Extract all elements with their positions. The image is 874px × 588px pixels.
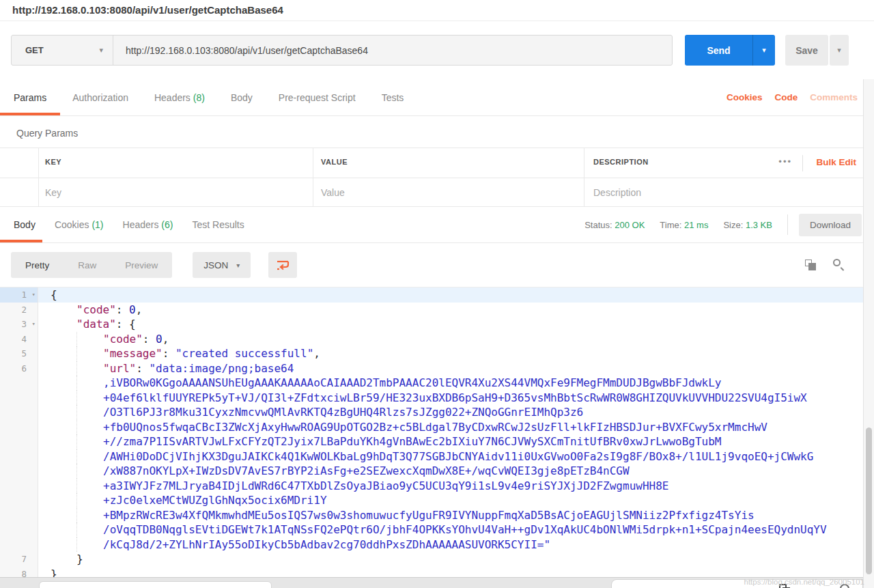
line-number — [0, 405, 38, 420]
code-line: 2"code": 0, — [0, 303, 863, 318]
indent-guide — [76, 332, 77, 347]
code-line-content: "message": "created successfull", — [38, 346, 863, 361]
method-label: GET — [25, 45, 44, 55]
code-line: /oVqqTDB0NqglsEVtiDGEWt7k1ATqNSsFQ2ePQtr… — [0, 522, 863, 537]
code-line-content: +a3IWYJFz7MLJryaB4IDjLdWRd6C47TXbDlZsOya… — [38, 479, 863, 494]
code-line-content: } — [38, 552, 863, 567]
chevron-down-icon: ▾ — [762, 46, 766, 55]
code-line-content: /oVqqTDB0NqglsEVtiDGEWt7k1ATqNSsFQ2ePQtr… — [38, 522, 863, 537]
save-button[interactable]: Save — [785, 35, 828, 66]
line-number: 2 — [0, 303, 38, 318]
view-mode-raw[interactable]: Raw — [64, 260, 111, 270]
request-right-links: Cookies Code Comments — [727, 92, 858, 102]
cookies-link[interactable]: Cookies — [727, 92, 763, 102]
url-input[interactable] — [113, 36, 672, 65]
tab-params[interactable]: Params — [14, 92, 46, 103]
line-number — [0, 391, 38, 406]
comments-link[interactable]: Comments — [810, 92, 858, 102]
code-line-content: "url": "data:image/png;base64 — [38, 361, 863, 376]
line-number: 1▾ — [0, 288, 38, 303]
tab-authorization[interactable]: Authorization — [72, 92, 128, 103]
fold-toggle-icon[interactable]: ▾ — [32, 317, 36, 332]
bulk-edit-link[interactable]: Bulk Edit — [816, 157, 856, 167]
indent-guide — [76, 493, 77, 508]
tab-response-cookies[interactable]: Cookies (1) — [55, 219, 104, 230]
view-mode-preview[interactable]: Preview — [111, 260, 172, 270]
tab-response-body[interactable]: Body — [14, 219, 36, 230]
search-icon[interactable] — [833, 259, 845, 271]
wrap-text-button[interactable] — [268, 252, 297, 278]
code-line: +a3IWYJFz7MLJryaB4IDjLdWRd6C47TXbDlZsOya… — [0, 479, 863, 494]
watermark-text: https://blog.csdn.net/qq_26005101 — [744, 578, 864, 586]
download-button[interactable]: Download — [799, 214, 862, 236]
column-header-value: VALUE — [321, 158, 348, 166]
line-number: 8 — [0, 567, 38, 578]
tab-headers[interactable]: Headers (8) — [154, 92, 205, 103]
code-line-content: "data": { — [38, 317, 863, 332]
param-description-input[interactable] — [593, 182, 819, 203]
params-menu-button[interactable]: ••• — [778, 156, 792, 167]
response-headers-count-badge: (6) — [161, 219, 173, 230]
query-params-empty-row — [0, 178, 874, 207]
response-body-viewer: 1▾{2"code": 0,3▾"data": {4"code": 0,5"me… — [0, 287, 863, 577]
indent-guide — [76, 537, 77, 552]
method-select[interactable]: GET ▾ — [12, 36, 113, 65]
tab-prerequest-script[interactable]: Pre-request Script — [279, 92, 356, 103]
line-number — [0, 522, 38, 537]
code-line-content: { — [38, 288, 863, 303]
chevron-down-icon: ▾ — [236, 262, 240, 269]
code-line: 3▾"data": { — [0, 317, 863, 332]
tab-response-headers[interactable]: Headers (6) — [123, 219, 173, 230]
column-header-key: KEY — [45, 158, 61, 166]
code-line: 6"url": "data:image/png;base64 — [0, 361, 863, 376]
time-badge: Time: 21 ms — [660, 220, 708, 230]
view-mode-pretty[interactable]: Pretty — [11, 260, 64, 270]
line-number — [0, 479, 38, 494]
code-line-content: "code": 0, — [38, 303, 863, 318]
response-bar-icons — [805, 259, 863, 271]
format-select[interactable]: JSON ▾ — [193, 252, 251, 278]
scrollbar-track[interactable] — [863, 79, 874, 588]
indent-guide — [76, 434, 77, 449]
indent-guide — [76, 391, 77, 406]
code-line-content: +04ef6lklfUUYREPk5yT+VJ/QI3l+ZFdtxciwLBr… — [38, 391, 863, 406]
code-link[interactable]: Code — [774, 92, 798, 102]
response-view-bar: Pretty Raw Preview JSON ▾ — [0, 243, 863, 287]
copy-icon[interactable] — [805, 260, 817, 271]
send-button-group: Send ▾ — [685, 35, 775, 66]
line-number — [0, 508, 38, 523]
line-number — [0, 464, 38, 479]
tab-tests[interactable]: Tests — [382, 92, 404, 103]
code-line-content: ,iVBORw0KGgoAAAANSUhEUgAAAKAAAAAoCAIAAAD… — [38, 376, 863, 391]
chevron-down-icon: ▾ — [99, 46, 103, 55]
indent-guide — [76, 361, 77, 376]
code-line: 7} — [0, 552, 863, 567]
send-button[interactable]: Send — [685, 35, 752, 66]
divider — [802, 155, 803, 171]
request-builder: GET ▾ Send ▾ Save ▾ — [0, 21, 874, 79]
save-options-button[interactable]: ▾ — [830, 35, 849, 66]
param-key-input[interactable] — [45, 182, 305, 203]
code-line-content: /O3Tl6PJ3r8Mku31CyxzNmcvwQMlAvRKTQ4zBgUH… — [38, 405, 863, 420]
headers-count-badge: (8) — [193, 92, 205, 103]
fold-toggle-icon[interactable]: ▾ — [32, 288, 36, 303]
tab-test-results[interactable]: Test Results — [192, 219, 244, 230]
param-value-input[interactable] — [321, 182, 574, 203]
code-line-content: +//zma7P1ISvARTVJwLFxCFYzQT2Jyix7LBaPduY… — [38, 434, 863, 449]
request-title: http://192.168.0.103:8080/api/v1/user/ge… — [12, 4, 283, 16]
code-line: ,iVBORw0KGgoAAAANSUhEUgAAAKAAAAAoCAIAAAD… — [0, 376, 863, 391]
line-number: 4 — [0, 332, 38, 347]
chevron-down-icon: ▾ — [837, 46, 841, 55]
divider — [787, 214, 788, 235]
send-options-button[interactable]: ▾ — [752, 35, 775, 66]
wrap-text-icon — [276, 260, 290, 271]
scrollbar-thumb[interactable] — [866, 428, 872, 574]
line-number — [0, 493, 38, 508]
indent-guide — [76, 376, 77, 391]
code-line: /kCqJ8d/2+ZYLhNrIAy55oDIkyCb5bAdbav2cg70… — [0, 537, 863, 552]
query-params-header-row: KEY VALUE DESCRIPTION ••• Bulk Edit — [0, 148, 874, 178]
code-line: 5"message": "created successfull", — [0, 346, 863, 361]
query-params-title: Query Params — [16, 128, 78, 139]
tab-body[interactable]: Body — [231, 92, 253, 103]
active-tab-underline — [0, 240, 42, 242]
